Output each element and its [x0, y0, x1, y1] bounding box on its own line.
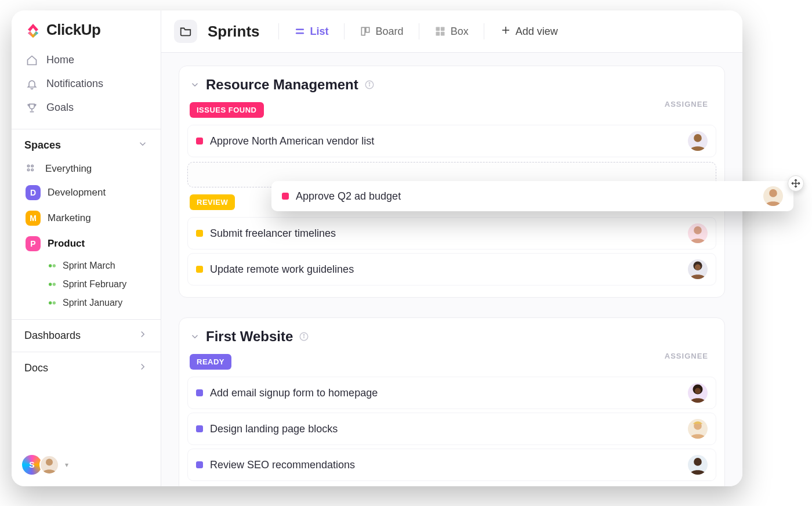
sprint-item[interactable]: Sprint March — [17, 256, 155, 275]
svg-point-5 — [53, 264, 56, 267]
svg-rect-16 — [440, 27, 444, 31]
svg-point-27 — [695, 265, 701, 270]
view-tab-label: Box — [451, 26, 469, 38]
clickup-logo-icon — [24, 21, 42, 39]
status-chip-review[interactable]: REVIEW — [190, 194, 235, 210]
svg-rect-14 — [365, 27, 369, 32]
svg-point-9 — [53, 301, 56, 304]
nav-home[interactable]: Home — [17, 48, 155, 72]
space-badge: P — [26, 236, 41, 251]
sprint-item[interactable]: Sprint January — [17, 294, 155, 312]
assignee-avatar[interactable] — [688, 383, 708, 403]
task-title: Design landing page blocks — [210, 423, 681, 435]
status-dot — [282, 193, 289, 200]
spaces-header-label: Spaces — [24, 139, 61, 151]
space-label: Development — [48, 187, 106, 198]
svg-point-8 — [49, 301, 52, 304]
status-dot — [196, 461, 203, 468]
task-row[interactable]: Design landing page blocks — [187, 413, 716, 445]
view-tab-label: Board — [376, 26, 404, 38]
nav-home-label: Home — [46, 54, 74, 66]
task-title: Submit freelancer timelines — [210, 227, 681, 240]
status-dot — [196, 425, 203, 432]
status-chip-ready[interactable]: READY — [190, 354, 231, 370]
board-icon — [360, 26, 371, 37]
sprint-label: Sprint February — [63, 279, 126, 290]
svg-point-2 — [27, 169, 29, 171]
space-everything-label: Everything — [45, 163, 92, 175]
page-title: Sprints — [208, 23, 260, 41]
move-cursor-icon[interactable] — [788, 175, 804, 191]
dragging-task-card[interactable]: Approve Q2 ad budget — [271, 181, 793, 211]
nav-notifications[interactable]: Notifications — [17, 72, 155, 96]
view-tab-board[interactable]: Board — [355, 22, 408, 41]
group-header[interactable]: Resource Management — [179, 74, 724, 100]
status-dot — [196, 138, 203, 144]
add-view-button[interactable]: Add view — [501, 25, 558, 38]
brand-logo[interactable]: ClickUp — [12, 10, 161, 46]
task-row[interactable]: Approve North American vendor list — [187, 125, 716, 157]
svg-point-35 — [769, 189, 777, 197]
view-tab-box[interactable]: Box — [430, 22, 473, 41]
space-marketing[interactable]: M Marketing — [17, 205, 155, 231]
task-title: Review SEO recommendations — [210, 459, 681, 471]
nav-goals-label: Goals — [46, 102, 74, 114]
chevron-down-icon[interactable] — [190, 331, 200, 342]
svg-point-7 — [53, 283, 56, 285]
svg-rect-18 — [440, 32, 444, 36]
group-header[interactable]: First Website — [179, 326, 724, 352]
divider — [344, 23, 345, 39]
info-icon[interactable] — [364, 79, 375, 90]
svg-rect-13 — [361, 27, 365, 35]
space-product[interactable]: P Product — [17, 231, 155, 256]
assignee-avatar[interactable] — [688, 259, 708, 279]
app-window: ClickUp Home Notifications Goals — [12, 10, 742, 486]
chevron-right-icon — [137, 329, 148, 342]
workspace-switcher[interactable]: S ▾ — [12, 447, 161, 486]
task-row[interactable]: Add email signup form to homepage — [187, 377, 716, 409]
svg-point-3 — [31, 169, 33, 171]
svg-point-24 — [694, 134, 702, 142]
sprint-item[interactable]: Sprint February — [17, 275, 155, 294]
space-badge: D — [26, 185, 41, 200]
nav-docs-label: Docs — [24, 362, 48, 374]
assignee-avatar[interactable] — [763, 186, 783, 206]
assignee-column-label: ASSIGNEE — [665, 352, 708, 360]
task-row[interactable]: Submit freelancer timelines — [187, 217, 716, 250]
sidebar: ClickUp Home Notifications Goals — [12, 10, 161, 486]
svg-rect-15 — [436, 27, 440, 31]
space-development[interactable]: D Development — [17, 180, 155, 205]
nav-notifications-label: Notifications — [46, 78, 103, 90]
nav-goals[interactable]: Goals — [17, 96, 155, 120]
svg-point-0 — [27, 165, 29, 167]
nav-dashboards[interactable]: Dashboards — [12, 320, 161, 352]
status-dot — [196, 230, 203, 237]
task-row[interactable]: Review SEO recommendations — [187, 449, 716, 481]
task-row[interactable]: Update remote work guidelines — [187, 253, 716, 285]
task-title: Add email signup form to homepage — [210, 387, 681, 399]
svg-point-4 — [49, 264, 52, 267]
chevron-down-icon[interactable] — [190, 79, 200, 90]
folder-icon[interactable] — [174, 20, 197, 43]
divider — [278, 23, 279, 39]
view-tab-list[interactable]: List — [289, 22, 334, 41]
assignee-avatar[interactable] — [688, 455, 708, 475]
assignee-avatar[interactable] — [688, 131, 708, 151]
assignee-avatar[interactable] — [688, 223, 708, 243]
info-icon[interactable] — [299, 331, 309, 342]
status-dot — [196, 266, 203, 273]
assignee-avatar[interactable] — [688, 419, 708, 439]
space-everything[interactable]: Everything — [17, 158, 155, 180]
space-label: Marketing — [48, 212, 91, 224]
sprint-icon — [48, 261, 57, 270]
group-card: First Website ASSIGNEE READY Add email s… — [179, 317, 725, 486]
sprint-label: Sprint January — [63, 298, 122, 308]
nav-docs[interactable]: Docs — [12, 352, 161, 384]
spaces-header[interactable]: Spaces — [12, 129, 161, 158]
status-chip-issues[interactable]: ISSUES FOUND — [190, 102, 264, 118]
sprint-label: Sprint March — [63, 261, 115, 271]
status-dot — [196, 389, 203, 396]
spaces-list: Everything D Development M Marketing P P… — [12, 158, 161, 312]
topbar: Sprints List Board Box — [161, 10, 742, 53]
nav-dashboards-label: Dashboards — [24, 330, 81, 342]
